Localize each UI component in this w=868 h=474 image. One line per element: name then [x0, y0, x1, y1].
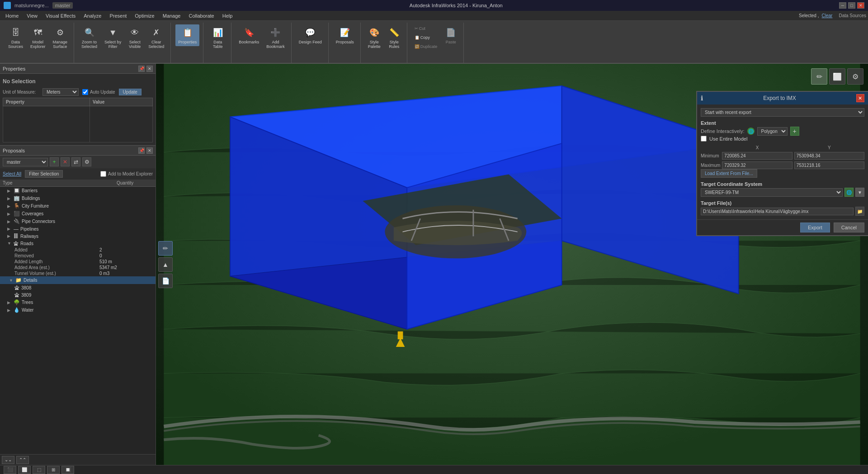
toolbar-btn-1[interactable]: ⬛ — [4, 466, 16, 474]
viewport[interactable]: ✏ ⬜ ⚙ ✏ ▲ 📄 ℹ Export to IMX ✕ Start with… — [156, 64, 868, 465]
toolbar-btn-3[interactable]: ⬚ — [33, 466, 45, 474]
properties-close-button[interactable]: ✕ — [146, 66, 153, 72]
list-item[interactable]: 🛣 3808 — [0, 284, 156, 291]
design-feed-button[interactable]: 💬 Design Feed — [296, 24, 325, 46]
recent-export-select[interactable]: Start with recent export — [701, 108, 864, 117]
menu-help[interactable]: Help — [219, 12, 236, 19]
min-y-input[interactable]: 7530948.34 — [794, 152, 864, 160]
data-sources-icon: 🗄 — [9, 26, 22, 39]
select-visible-button[interactable]: 👁 SelectVisible — [126, 24, 144, 51]
file-path-input[interactable]: D:\Users\Mats\Infraworks\Hela Kiruna\Väg… — [701, 208, 854, 215]
clear-link[interactable]: Clear — [822, 13, 833, 18]
proposals-dropdown[interactable]: master — [3, 158, 48, 166]
filter-selection-button[interactable]: Filter Selection — [25, 170, 63, 178]
list-item[interactable]: ▶ 🔲 Barriers — [0, 187, 156, 194]
close-button[interactable]: ✕ — [857, 2, 864, 9]
perspective-view-button[interactable]: ✏ — [811, 68, 827, 85]
add-polygon-button[interactable]: + — [790, 127, 799, 136]
delete-proposal-button[interactable]: ✕ — [61, 157, 70, 166]
toolbar-btn-5[interactable]: 🔲 — [61, 466, 74, 474]
update-button[interactable]: Update — [119, 89, 142, 95]
coord-expand-button[interactable]: ▼ — [855, 188, 864, 197]
maximize-button[interactable]: □ — [848, 2, 855, 9]
menu-visual-effects[interactable]: Visual Effects — [42, 12, 79, 19]
add-bookmark-button[interactable]: ➕ AddBookmark — [264, 24, 288, 51]
duplicate-button[interactable]: 🔁 Duplicate — [412, 43, 440, 51]
menu-collaborate[interactable]: Collaborate — [185, 12, 217, 19]
minimize-button[interactable]: ─ — [839, 2, 846, 9]
proposals-list[interactable]: Type Quantity ▶ 🔲 Barriers — [0, 180, 156, 454]
load-extent-button[interactable]: Load Extent From File... — [701, 169, 757, 178]
add-proposal-button[interactable]: + — [50, 157, 59, 166]
move-tool-button[interactable]: ▲ — [158, 257, 173, 272]
add-bookmark-icon: ➕ — [269, 26, 282, 39]
list-item[interactable]: ▶ — Pipelines — [0, 225, 156, 232]
list-item[interactable]: ▶ 🌳 Trees — [0, 299, 156, 306]
proposals-pin-button[interactable]: 📌 — [138, 147, 145, 154]
unit-select[interactable]: Meters — [42, 88, 79, 96]
list-item[interactable]: ▼ 📁 Details — [0, 276, 156, 284]
cancel-button[interactable]: Cancel — [834, 223, 864, 232]
style-palette-button[interactable]: 🎨 StylePalette — [365, 24, 383, 51]
menu-optimize[interactable]: Optimize — [131, 12, 158, 19]
menu-present[interactable]: Present — [106, 12, 130, 19]
dialog-close-button[interactable]: ✕ — [856, 94, 864, 102]
add-to-model-checkbox[interactable] — [100, 171, 106, 177]
branch-label: master — [52, 2, 73, 9]
data-table-button[interactable]: 📊 DataTable — [209, 24, 227, 51]
list-item[interactable]: 🛣 3809 — [0, 291, 156, 299]
list-item[interactable]: ▶ ⬛ Coverages — [0, 210, 156, 218]
pipe-connectors-label: Pipe Connectors — [22, 219, 55, 224]
menu-home[interactable]: Home — [2, 12, 22, 19]
settings-proposal-button[interactable]: ⚙ — [82, 157, 91, 166]
export-button[interactable]: Export — [800, 223, 830, 232]
toolbar-btn-2[interactable]: ⬜ — [18, 466, 31, 474]
list-item[interactable]: ▶ 🔌 Pipe Connectors — [0, 218, 156, 225]
style-rules-button[interactable]: 📏 StyleRules — [385, 24, 403, 51]
menu-view[interactable]: View — [23, 12, 41, 19]
list-item[interactable]: ▶ 🛤 Railways — [0, 232, 156, 240]
settings-view-button[interactable]: ⚙ — [847, 68, 863, 85]
select-tool-button[interactable]: ✏ — [158, 241, 173, 256]
collapse-down-button[interactable]: ⌄⌄ — [2, 456, 14, 464]
top-view-button[interactable]: ⬜ — [829, 68, 845, 85]
properties-pin-button[interactable]: 📌 — [138, 66, 145, 72]
toolbar-btn-4[interactable]: ⊞ — [47, 466, 60, 474]
clear-selected-button[interactable]: ✗ ClearSelected — [146, 24, 167, 51]
min-x-input[interactable]: 720085.24 — [722, 152, 792, 160]
list-item[interactable]: ▶ 💧 Water — [0, 306, 156, 314]
browse-button[interactable]: 📁 — [855, 207, 864, 216]
data-sources-button[interactable]: 🗄 DataSources — [5, 24, 26, 51]
compare-proposal-button[interactable]: ⇄ — [71, 157, 80, 166]
list-item[interactable]: ▶ 🪑 City Furniture — [0, 202, 156, 210]
design-feed-icon: 💬 — [304, 26, 316, 39]
coord-system-select[interactable]: SWEREF-99-TM — [701, 188, 843, 197]
properties-button[interactable]: 📋 Properties — [175, 24, 199, 46]
menu-manage[interactable]: Manage — [159, 12, 184, 19]
proposals-button[interactable]: 📝 Proposals — [333, 24, 357, 46]
pan-tool-button[interactable]: 📄 — [158, 274, 173, 288]
max-y-input[interactable]: 7531218.16 — [794, 161, 864, 169]
bookmarks-button[interactable]: 🔖 Bookmarks — [236, 24, 262, 46]
collapse-up-button[interactable]: ⌃⌃ — [16, 456, 29, 464]
proposals-close-button[interactable]: ✕ — [146, 147, 153, 154]
model-explorer-button[interactable]: 🗺 ModelExplorer — [28, 24, 48, 51]
auto-update-checkbox[interactable] — [82, 89, 88, 95]
copy-button[interactable]: 📋 Copy — [412, 33, 440, 42]
max-x-input[interactable]: 720329.32 — [722, 161, 792, 169]
coord-system-title: Target Coordinate System — [701, 181, 864, 187]
cut-button[interactable]: ✂ Cut — [412, 24, 440, 33]
list-item[interactable]: ▼ 🛣 Roads — [0, 240, 156, 247]
dialog-actions: Export Cancel — [697, 219, 868, 235]
cut-label: Cut — [419, 26, 425, 31]
datasources-vertical[interactable]: Data Sources — [839, 13, 866, 18]
list-item[interactable]: ▶ 🏢 Buildings — [0, 194, 156, 202]
use-entire-model-checkbox[interactable] — [701, 136, 707, 142]
select-all-button[interactable]: Select All — [3, 171, 21, 176]
manage-surface-button[interactable]: ⚙ ManageSurface — [50, 24, 71, 51]
select-by-filter-button[interactable]: ▼ Select byFilter — [102, 24, 124, 51]
paste-button[interactable]: 📄 Paste — [442, 24, 460, 46]
menu-analyze[interactable]: Analyze — [80, 12, 105, 19]
zoom-to-selected-button[interactable]: 🔍 Zoom toSelected — [79, 24, 100, 51]
polygon-select[interactable]: Polygon — [757, 127, 788, 136]
